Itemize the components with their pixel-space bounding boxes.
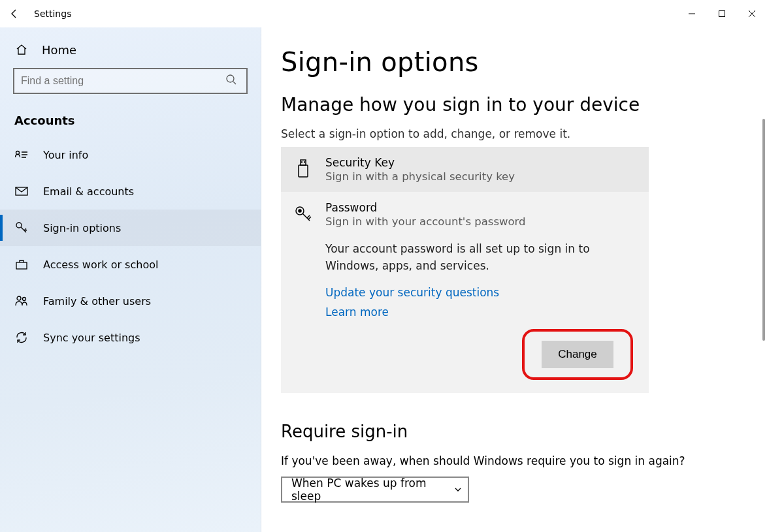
home-label: Home [42, 43, 76, 57]
section-sub: Select a sign-in option to add, change, … [281, 127, 747, 140]
minimize-button[interactable] [677, 0, 707, 27]
sidebar-item-label: Sync your settings [43, 332, 140, 344]
option-desc: Sign in with your account's password [325, 215, 526, 228]
option-password-expanded: Your account password is all set up to s… [281, 237, 649, 393]
svg-rect-9 [299, 165, 308, 177]
sidebar-item-family-other-users[interactable]: Family & other users [0, 283, 261, 319]
window-buttons [677, 0, 767, 27]
password-detail-text: Your account password is all set up to s… [325, 241, 637, 274]
require-sign-in-heading: Require sign-in [281, 422, 747, 441]
change-button[interactable]: Change [542, 341, 613, 368]
main-content: Sign-in options Manage how you sign in t… [261, 27, 767, 532]
svg-point-1 [227, 75, 234, 82]
people-icon [14, 294, 29, 308]
vertical-scrollbar[interactable] [757, 27, 766, 532]
sidebar-item-sign-in-options[interactable]: Sign-in options [0, 210, 261, 246]
sidebar-item-label: Your info [43, 149, 88, 161]
titlebar: Settings [0, 0, 767, 27]
option-title: Password [325, 201, 526, 214]
search-input[interactable] [21, 75, 223, 87]
maximize-button[interactable] [707, 0, 737, 27]
mail-icon [14, 184, 29, 198]
sidebar-item-access-work-school[interactable]: Access work or school [0, 246, 261, 283]
category-label: Accounts [0, 104, 261, 136]
chevron-down-icon [453, 485, 463, 494]
dropdown-selected-label: When PC wakes up from sleep [291, 477, 447, 503]
scrollbar-thumb[interactable] [762, 119, 765, 341]
usb-key-icon [293, 157, 314, 181]
option-password[interactable]: Password Sign in with your account's pas… [281, 192, 649, 237]
briefcase-icon [14, 257, 29, 272]
svg-point-4 [16, 223, 22, 228]
require-sign-in-question: If you've been away, when should Windows… [281, 454, 747, 467]
option-title: Security Key [325, 156, 515, 169]
sidebar-home[interactable]: Home [0, 31, 261, 68]
svg-point-2 [16, 151, 20, 155]
section-heading: Manage how you sign in to your device [281, 94, 747, 116]
learn-more-link[interactable]: Learn more [325, 305, 637, 319]
close-button[interactable] [737, 0, 767, 27]
sidebar-item-label: Sign-in options [43, 222, 121, 234]
person-card-icon [14, 148, 29, 162]
key-icon [14, 221, 29, 235]
sidebar-item-your-info[interactable]: Your info [0, 136, 261, 173]
require-sign-in-dropdown[interactable]: When PC wakes up from sleep [281, 477, 469, 503]
sidebar-item-label: Family & other users [43, 295, 151, 307]
option-security-key[interactable]: Security Key Sign in with a physical sec… [281, 147, 649, 192]
update-security-questions-link[interactable]: Update your security questions [325, 286, 637, 299]
sidebar: Home Accounts Your info [0, 27, 261, 532]
sidebar-item-sync-settings[interactable]: Sync your settings [0, 319, 261, 356]
home-icon [14, 42, 29, 57]
svg-rect-8 [301, 160, 306, 165]
sign-in-options-list: Security Key Sign in with a physical sec… [281, 147, 649, 393]
sidebar-item-label: Access work or school [43, 258, 158, 271]
back-button[interactable] [0, 8, 29, 19]
page-title: Sign-in options [281, 47, 747, 77]
key-icon [293, 202, 314, 226]
svg-point-6 [17, 296, 21, 300]
option-desc: Sign in with a physical security key [325, 170, 515, 183]
svg-point-11 [299, 210, 301, 212]
svg-rect-5 [16, 262, 27, 269]
svg-rect-0 [719, 11, 725, 17]
search-icon [223, 74, 240, 88]
app-title: Settings [34, 8, 71, 19]
settings-window: Settings Home [0, 0, 767, 532]
sidebar-item-email-accounts[interactable]: Email & accounts [0, 173, 261, 210]
search-box[interactable] [13, 68, 248, 94]
sidebar-item-label: Email & accounts [43, 185, 134, 198]
highlight-annotation: Change [522, 329, 633, 380]
sync-icon [14, 330, 29, 345]
svg-point-7 [23, 298, 26, 301]
